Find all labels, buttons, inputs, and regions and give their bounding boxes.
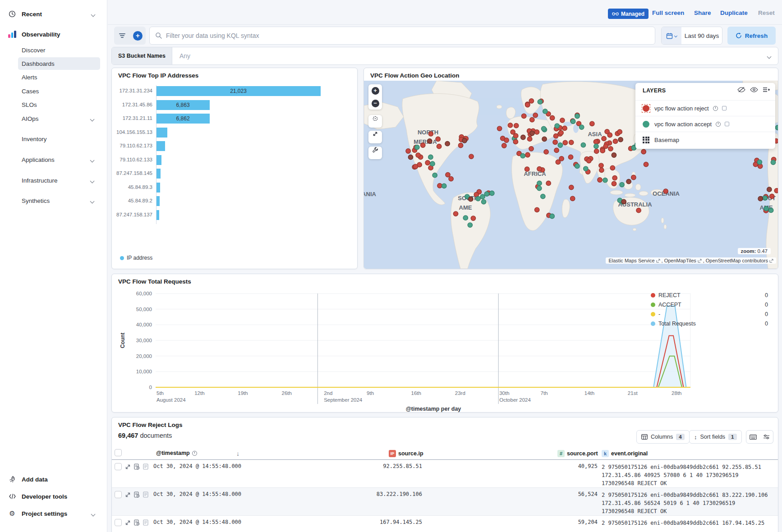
reject-geo-dot[interactable] [535,207,539,212]
reject-geo-dot[interactable] [525,152,530,157]
sidebar-item-alerts[interactable]: Alerts [18,71,100,83]
sidebar-item-cases[interactable]: Cases [18,85,100,97]
accept-geo-dot[interactable] [442,183,446,188]
accept-geo-dot[interactable] [481,199,486,204]
document-icon[interactable] [143,463,148,470]
share-button[interactable]: Share [694,9,711,16]
reject-geo-dot[interactable] [527,137,532,141]
filter-menu-button[interactable] [114,27,130,45]
reject-geo-dot[interactable] [603,144,608,148]
accept-geo-dot[interactable] [555,124,559,128]
accept-geo-dot[interactable] [584,166,588,171]
attribution-link[interactable]: OpenStreetMap contributors [706,258,768,263]
reject-geo-dot[interactable] [612,176,617,180]
reject-geo-dot[interactable] [421,143,425,147]
reject-geo-dot[interactable] [598,178,602,182]
accept-geo-dot[interactable] [541,126,546,131]
duplicate-button[interactable]: Duplicate [720,9,748,16]
layer-checkbox[interactable] [725,122,729,126]
reject-geo-dot[interactable] [449,176,453,181]
sidebar-section-observability[interactable]: Observability [0,28,107,41]
sidebar-item-synthetics[interactable]: Synthetics [18,194,100,207]
reject-geo-dot[interactable] [521,135,525,139]
reject-geo-dot[interactable] [428,139,432,143]
bar[interactable] [156,169,161,179]
sidebar-item-discover[interactable]: Discover [18,44,100,56]
sort-fields-button[interactable]: ↕ Sort fields 1 [689,430,742,444]
reject-geo-dot[interactable] [437,183,442,188]
accept-geo-dot[interactable] [463,216,468,220]
bar[interactable] [156,141,165,151]
reject-geo-dot[interactable] [514,123,519,128]
display-options-button[interactable] [759,430,773,444]
accept-geo-dot[interactable] [775,125,778,130]
expand-row-icon[interactable] [125,520,131,526]
accept-geo-dot[interactable] [428,155,433,159]
reject-geo-dot[interactable] [568,155,573,159]
sidebar-item-inventory[interactable]: Inventory [18,133,100,145]
reject-geo-dot[interactable] [587,158,591,163]
reject-geo-dot[interactable] [522,114,526,118]
reject-geo-dot[interactable] [436,137,440,141]
accept-geo-dot[interactable] [537,181,542,185]
sidebar-item-project-settings[interactable]: ⚙ Project settings [0,507,107,520]
accept-geo-dot[interactable] [432,173,437,178]
managed-badge[interactable]: Managed [608,9,649,19]
layer-row-basemap[interactable]: Basemap [635,132,775,147]
reject-geo-dot[interactable] [530,117,534,122]
reject-geo-dot[interactable] [554,148,559,152]
row-checkbox[interactable] [115,463,122,470]
accept-geo-dot[interactable] [520,154,525,158]
reject-geo-dot[interactable] [612,181,616,186]
layer-row-reject[interactable]: vpc flow action reject [635,100,775,116]
expand-row-icon[interactable] [125,492,131,498]
refresh-button[interactable]: Refresh [727,27,776,45]
accept-geo-dot[interactable] [580,125,584,129]
bar[interactable] [156,183,160,193]
bar[interactable] [156,155,161,165]
add-filter-button[interactable]: + [130,27,146,45]
reject-geo-dot[interactable] [644,162,648,166]
accept-geo-dot[interactable] [543,109,547,114]
reject-geo-dot[interactable] [537,167,542,171]
reject-geo-dot[interactable] [553,134,558,138]
expand-map-button[interactable] [368,131,382,143]
reject-geo-dot[interactable] [562,126,567,130]
reject-geo-dot[interactable] [608,147,613,151]
sidebar-item-aiops[interactable]: AIOps [18,112,100,125]
reject-geo-dot[interactable] [599,168,604,172]
reject-geo-dot[interactable] [590,121,594,126]
reject-geo-dot[interactable] [613,139,617,143]
reject-geo-dot[interactable] [570,196,575,201]
table-row[interactable]: Oct 30, 2024 @ 14:55:48.00083.222.190.10… [112,488,778,516]
column-header-source-port[interactable]: # source.port [557,450,598,457]
fit-to-data-button[interactable] [368,115,382,128]
reject-geo-dot[interactable] [458,143,463,147]
reject-geo-dot[interactable] [593,139,598,144]
view-details-icon[interactable] [134,463,140,470]
reject-geo-dot[interactable] [563,140,567,145]
document-icon[interactable] [143,519,148,526]
reject-geo-dot[interactable] [513,139,518,144]
keyboard-shortcuts-button[interactable] [746,430,760,444]
reject-geo-dot[interactable] [542,137,547,141]
reject-geo-dot[interactable] [534,130,539,134]
reject-geo-dot[interactable] [533,113,538,117]
reject-geo-dot[interactable] [770,194,774,198]
sidebar-item-developer-tools[interactable]: Developer tools [0,490,107,503]
reject-geo-dot[interactable] [508,123,512,128]
reject-geo-dot[interactable] [569,140,574,145]
select-all-checkbox[interactable] [115,449,122,456]
accept-geo-dot[interactable] [575,114,580,118]
reject-geo-dot[interactable] [663,189,668,193]
accept-geo-dot[interactable] [430,161,435,166]
date-picker[interactable]: Last 90 days [661,27,722,45]
accept-geo-dot[interactable] [538,100,542,104]
reject-geo-dot[interactable] [626,179,631,184]
eye-icon[interactable] [750,87,758,93]
reject-geo-dot[interactable] [428,132,433,136]
reject-geo-dot[interactable] [631,175,636,179]
sidebar-item-infrastructure[interactable]: Infrastructure [18,174,100,187]
reject-geo-dot[interactable] [406,149,410,153]
reject-geo-dot[interactable] [408,155,413,159]
